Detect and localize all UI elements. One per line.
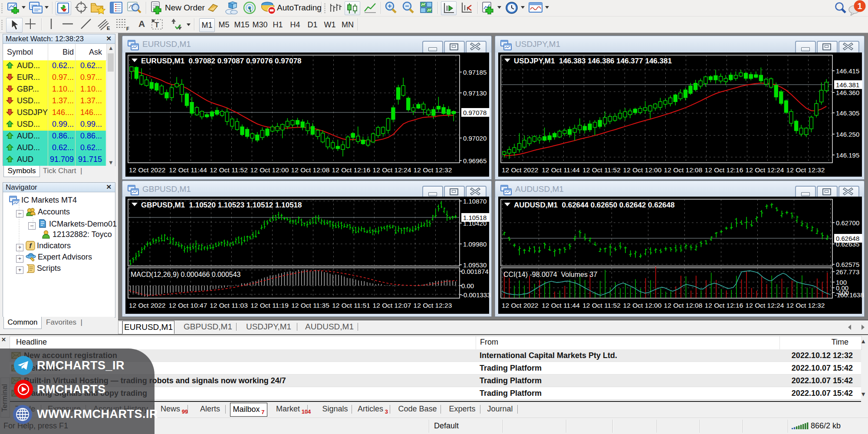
svg-text:0.97078: 0.97078 <box>463 109 487 116</box>
svg-text:12 Oct 11:52: 12 Oct 11:52 <box>582 166 621 174</box>
svg-text:1.10870: 1.10870 <box>463 197 487 205</box>
svg-text:12 Oct 11:19: 12 Oct 11:19 <box>250 302 289 309</box>
svg-text:MACD(12,26,9) 0.000466 0.00054: MACD(12,26,9) 0.000466 0.000543 <box>131 271 241 278</box>
svg-text:12 Oct 12:16: 12 Oct 12:16 <box>705 166 743 174</box>
svg-text:T: T <box>155 21 159 29</box>
svg-text:AUDUSD,M1 0.62644 0.62650 0.6: AUDUSD,M1 0.62644 0.62650 0.62642 0.6264… <box>514 201 674 209</box>
svg-text:12 Oct 12:24: 12 Oct 12:24 <box>746 166 784 174</box>
svg-text:1.10518: 1.10518 <box>463 214 487 221</box>
svg-text:12 Oct 12:32: 12 Oct 12:32 <box>414 166 452 174</box>
svg-text:-160.1638: -160.1638 <box>835 291 864 299</box>
svg-text:0.00: 0.00 <box>461 282 474 289</box>
svg-text:0.001874: 0.001874 <box>461 268 489 275</box>
svg-text:12 Oct 12:08: 12 Oct 12:08 <box>664 302 703 309</box>
svg-text:12 Oct 12:07: 12 Oct 12:07 <box>373 302 411 309</box>
svg-text:1: 1 <box>857 1 862 11</box>
svg-text:0.96965: 0.96965 <box>463 157 487 164</box>
svg-text:12 Oct 12:24: 12 Oct 12:24 <box>746 302 784 309</box>
svg-text:GBPUSD,M1 1.10520 1.10523 1.1: GBPUSD,M1 1.10520 1.10523 1.10512 1.1051… <box>141 201 302 209</box>
svg-text:12 Oct 10:47: 12 Oct 10:47 <box>169 302 207 309</box>
svg-text:12 Oct 11:51: 12 Oct 11:51 <box>332 302 370 309</box>
svg-text:12 Oct 12:08: 12 Oct 12:08 <box>664 166 703 174</box>
svg-text:12 Oct 11:44: 12 Oct 11:44 <box>542 302 580 309</box>
svg-text:CCI(14) -98.0074 Volumes 37: CCI(14) -98.0074 Volumes 37 <box>503 271 597 278</box>
svg-text:12 Oct 11:44: 12 Oct 11:44 <box>169 166 207 174</box>
svg-text:12 Oct 12:32: 12 Oct 12:32 <box>786 166 825 174</box>
svg-text:0.62648: 0.62648 <box>836 235 859 242</box>
svg-text:12 Oct 11:03: 12 Oct 11:03 <box>210 302 248 309</box>
svg-text:12 Oct 2022: 12 Oct 2022 <box>129 166 165 174</box>
svg-text:E: E <box>107 26 110 31</box>
svg-text:USDJPY,M1 146.383 146.386 146: USDJPY,M1 146.383 146.386 146.377 146.38… <box>514 57 672 65</box>
svg-text:0.62575: 0.62575 <box>836 261 859 268</box>
svg-text:146.195: 146.195 <box>836 151 859 159</box>
svg-text:0.97130: 0.97130 <box>463 89 487 97</box>
svg-text:12 Oct 12:32: 12 Oct 12:32 <box>786 302 825 309</box>
svg-text:-0.001333: -0.001333 <box>461 291 491 299</box>
svg-text:12 Oct 12:00: 12 Oct 12:00 <box>623 302 662 309</box>
svg-text:12 Oct 12:08: 12 Oct 12:08 <box>291 166 330 174</box>
svg-text:146.305: 146.305 <box>836 109 859 117</box>
svg-text:12 Oct 12:16: 12 Oct 12:16 <box>705 302 743 309</box>
svg-text:146.381: 146.381 <box>836 81 859 89</box>
svg-text:0.97020: 0.97020 <box>463 135 487 142</box>
svg-text:146.360: 146.360 <box>836 89 859 96</box>
svg-text:12 Oct 2022: 12 Oct 2022 <box>502 302 538 309</box>
svg-text:F: F <box>126 26 129 31</box>
svg-text:12 Oct 12:23: 12 Oct 12:23 <box>414 302 452 309</box>
svg-text:12 Oct 2022: 12 Oct 2022 <box>502 166 538 174</box>
svg-text:146.415: 146.415 <box>836 67 859 75</box>
svg-text:12 Oct 12:00: 12 Oct 12:00 <box>623 166 662 174</box>
svg-text:0.97185: 0.97185 <box>463 69 487 76</box>
svg-text:12 Oct 11:52: 12 Oct 11:52 <box>210 166 248 174</box>
svg-text:267.773: 267.773 <box>836 268 859 276</box>
svg-text:1.09980: 1.09980 <box>463 240 487 248</box>
svg-text:12 Oct 12:00: 12 Oct 12:00 <box>250 166 289 174</box>
svg-text:EURUSD,M1 0.97082 0.97087 0.9: EURUSD,M1 0.97082 0.97087 0.97076 0.9707… <box>141 57 302 65</box>
svg-text:12 Oct 12:16: 12 Oct 12:16 <box>332 166 371 174</box>
svg-text:12 Oct 12:24: 12 Oct 12:24 <box>373 166 411 174</box>
svg-text:146.250: 146.250 <box>836 131 859 138</box>
svg-text:12 Oct 11:35: 12 Oct 11:35 <box>291 302 329 309</box>
svg-text:12 Oct 11:52: 12 Oct 11:52 <box>582 302 621 309</box>
svg-text:0.62700: 0.62700 <box>836 219 859 227</box>
svg-text:12 Oct 2022: 12 Oct 2022 <box>129 302 165 309</box>
svg-text:12 Oct 11:44: 12 Oct 11:44 <box>542 166 580 174</box>
